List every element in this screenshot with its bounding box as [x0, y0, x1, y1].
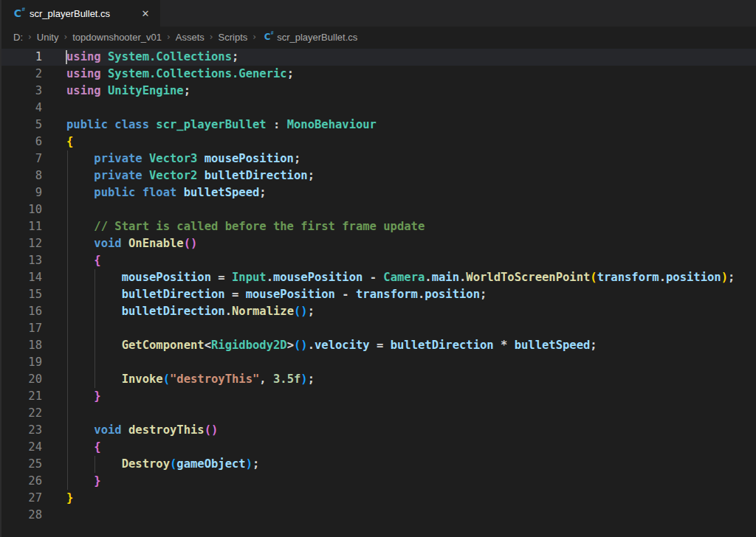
code-line[interactable]: 16 bulletDirection.Normalize();: [1, 303, 756, 320]
breadcrumb-item-file[interactable]: scr_playerBullet.cs: [277, 32, 357, 43]
code-line-text: }: [66, 473, 101, 490]
line-number: 5: [1, 117, 42, 134]
code-line[interactable]: 8 private Vector2 bulletDirection;: [1, 167, 756, 184]
code-line[interactable]: 11 // Start is called before the first f…: [1, 218, 756, 235]
code-line[interactable]: 23 void destroyThis(): [1, 422, 756, 439]
line-number: 12: [1, 235, 42, 252]
code-line-text: [66, 507, 73, 524]
code-line[interactable]: 10: [1, 201, 756, 218]
code-line[interactable]: 1using System.Collections;: [1, 49, 756, 66]
line-number: 6: [1, 134, 42, 150]
code-line-text: bulletDirection = mousePosition - transf…: [66, 286, 487, 303]
code-line[interactable]: 17: [1, 320, 756, 337]
code-line[interactable]: 19: [1, 354, 756, 371]
code-line-text: {: [66, 439, 101, 456]
chevron-right-icon: ›: [63, 32, 67, 42]
code-line[interactable]: 26 }: [1, 473, 756, 490]
breadcrumb-item[interactable]: Scripts: [219, 32, 248, 43]
code-line[interactable]: 3using UnityEngine;: [1, 83, 756, 100]
code-line-text: // Start is called before the first fram…: [66, 218, 425, 235]
code-line-text: }: [66, 388, 101, 405]
code-line[interactable]: 28: [1, 507, 756, 524]
indent-guide: [94, 269, 95, 388]
line-number: 18: [1, 337, 42, 354]
line-number: 21: [1, 388, 42, 405]
line-number: 23: [1, 422, 42, 439]
line-number: 9: [1, 184, 42, 201]
line-number: 2: [1, 66, 42, 83]
code-line[interactable]: 13 {: [1, 252, 756, 269]
chevron-right-icon: ›: [252, 32, 256, 42]
chevron-right-icon: ›: [210, 32, 213, 42]
code-line[interactable]: 12 void OnEnable(): [1, 235, 756, 252]
code-line-text: GetComponent<Rigidbody2D>().velocity = b…: [66, 337, 597, 354]
line-number: 3: [1, 83, 42, 100]
vscode-window: C # scr_playerBullet.cs ✕ D:›Unity›topdo…: [0, 0, 756, 537]
csharp-file-icon: C #: [12, 7, 24, 19]
line-number: 20: [1, 371, 42, 388]
code-line-text: Destroy(gameObject);: [66, 456, 259, 473]
tab-label: scr_playerBullet.cs: [30, 8, 110, 19]
indent-guide: [67, 150, 68, 490]
code-line[interactable]: 7 private Vector3 mousePosition;: [1, 150, 756, 167]
code-editor[interactable]: 1using System.Collections;2using System.…: [1, 47, 756, 534]
code-line[interactable]: 25 Destroy(gameObject);: [1, 456, 756, 473]
line-number: 4: [1, 100, 42, 117]
code-line[interactable]: 9 public float bulletSpeed;: [1, 184, 756, 201]
code-line-text: mousePosition = Input.mousePosition - Ca…: [66, 269, 735, 286]
code-line-text: private Vector2 bulletDirection;: [66, 167, 315, 184]
line-number: 10: [1, 201, 42, 218]
line-number: 7: [1, 150, 42, 167]
code-line[interactable]: 6{: [1, 134, 756, 150]
code-line-text: bulletDirection.Normalize();: [66, 303, 315, 320]
code-line[interactable]: 2using System.Collections.Generic;: [1, 66, 756, 83]
code-line-text: {: [66, 252, 101, 269]
line-number: 13: [1, 252, 42, 269]
tab-bar: C # scr_playerBullet.cs ✕: [1, 0, 756, 27]
csharp-file-icon: C#: [262, 32, 272, 42]
code-line[interactable]: 27}: [1, 490, 756, 507]
code-line-text: using System.Collections.Generic;: [66, 66, 294, 83]
code-line[interactable]: 21 }: [1, 388, 756, 405]
close-icon[interactable]: ✕: [138, 6, 153, 21]
chevron-right-icon: ›: [28, 32, 32, 42]
code-line-text: public float bulletSpeed;: [66, 184, 267, 201]
code-line[interactable]: 24 {: [1, 439, 756, 456]
text-cursor: [66, 50, 67, 64]
line-number: 17: [1, 320, 42, 337]
code-line-text: }: [66, 490, 73, 507]
breadcrumb-item[interactable]: Unity: [37, 32, 59, 43]
code-line[interactable]: 20 Invoke("destroyThis", 3.5f);: [1, 371, 756, 388]
line-number: 24: [1, 439, 42, 456]
code-line[interactable]: 22: [1, 405, 756, 422]
code-line[interactable]: 14 mousePosition = Input.mousePosition -…: [1, 269, 756, 286]
code-line-text: [66, 100, 73, 117]
code-line[interactable]: 18 GetComponent<Rigidbody2D>().velocity …: [1, 337, 756, 354]
tab-scr-playerbullet[interactable]: C # scr_playerBullet.cs ✕: [1, 0, 160, 27]
line-number: 14: [1, 269, 42, 286]
code-line-text: void destroyThis(): [66, 422, 218, 439]
code-line-text: public class scr_playerBullet : MonoBeha…: [66, 117, 377, 134]
breadcrumb: D:›Unity›topdownshooter_v01›Assets›Scrip…: [1, 27, 756, 47]
line-number: 15: [1, 286, 42, 303]
chevron-right-icon: ›: [167, 32, 171, 42]
line-number: 25: [1, 456, 42, 473]
code-line-text: {: [66, 134, 73, 150]
line-number: 8: [1, 167, 42, 184]
code-line[interactable]: 15 bulletDirection = mousePosition - tra…: [1, 286, 756, 303]
indent-guide: [94, 456, 95, 473]
line-number: 16: [1, 303, 42, 320]
code-line[interactable]: 5public class scr_playerBullet : MonoBeh…: [1, 117, 756, 134]
breadcrumb-item[interactable]: D:: [13, 32, 23, 43]
line-number: 11: [1, 218, 42, 235]
code-line-text: Invoke("destroyThis", 3.5f);: [66, 371, 315, 388]
line-number: 28: [1, 507, 42, 524]
breadcrumb-item[interactable]: topdownshooter_v01: [72, 32, 162, 43]
code-line-text: using System.Collections;: [66, 49, 238, 66]
line-number: 27: [1, 490, 42, 507]
breadcrumb-item[interactable]: Assets: [176, 32, 205, 43]
code-line-text: private Vector3 mousePosition;: [66, 150, 300, 167]
code-line[interactable]: 4: [1, 100, 756, 117]
code-line-text: void OnEnable(): [66, 235, 197, 252]
line-number: 22: [1, 405, 42, 422]
